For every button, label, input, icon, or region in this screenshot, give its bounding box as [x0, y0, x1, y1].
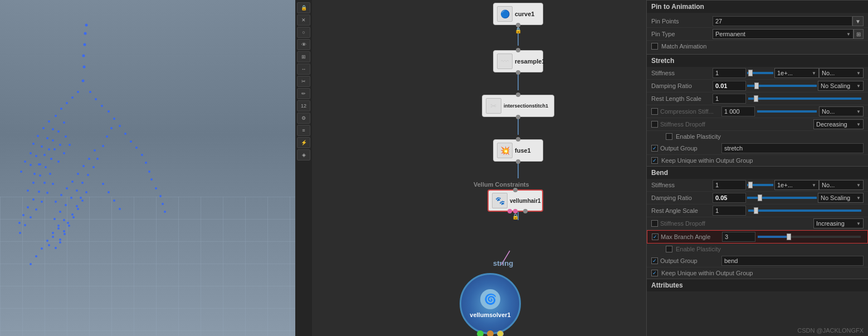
bend-damping-thumb[interactable]: [758, 194, 762, 201]
bend-outputgroup-checkbox[interactable]: [651, 257, 658, 264]
tool-scissors[interactable]: ✂: [297, 76, 310, 87]
pin-type-arrow: ▼: [846, 32, 851, 37]
svg-point-2: [84, 43, 86, 46]
bend-maxbranch-value[interactable]: 3: [722, 232, 755, 242]
svg-point-45: [69, 144, 71, 146]
stretch-compression-value[interactable]: 1 000: [721, 106, 755, 116]
intersectionstitch1-output[interactable]: [516, 115, 520, 119]
node-fuse1[interactable]: 💥 fuse1: [493, 139, 543, 162]
fuse1-input[interactable]: [516, 137, 520, 142]
pin-type-expand-btn[interactable]: ⊞: [854, 29, 864, 39]
stretch-outputgroup-checkbox[interactable]: [651, 145, 658, 152]
stretch-stiffness-slider[interactable]: [747, 72, 773, 74]
node-intersectionstitch1[interactable]: ✂ intersectionstitch1: [482, 95, 554, 117]
tool-eye[interactable]: 👁: [297, 39, 310, 50]
intersectionstitch1-input[interactable]: [516, 92, 520, 97]
tool-grid[interactable]: ⊞: [297, 51, 310, 62]
tool-lock[interactable]: 🔒: [297, 2, 310, 13]
svg-point-5: [82, 80, 85, 82]
bend-dropoff-dropdown[interactable]: Increasing ▼: [813, 218, 864, 228]
bend-dropoff-checkbox[interactable]: [651, 220, 658, 227]
node-vellumsolver1[interactable]: 🌀 vellumsolver1: [460, 273, 521, 334]
fuse1-output[interactable]: [516, 159, 520, 164]
bend-stiffness-suffix2[interactable]: No... ▼: [819, 180, 864, 190]
stretch-stiffness-thumb[interactable]: [748, 70, 753, 76]
svg-point-42: [53, 148, 56, 150]
svg-point-73: [59, 211, 61, 213]
bend-maxbranch-checkbox[interactable]: [652, 233, 659, 240]
svg-point-52: [27, 189, 29, 192]
tool-menu[interactable]: ≡: [297, 125, 310, 136]
bend-restangle-value[interactable]: 1: [713, 206, 746, 216]
stretch-dropoff-row: Stiffness Dropoff Decreasing ▼: [647, 118, 868, 131]
bend-maxbranch-slider[interactable]: [758, 236, 861, 238]
stretch-dropoff-checkbox[interactable]: [651, 121, 658, 128]
vellumhair1-input[interactable]: [513, 188, 518, 192]
node-canvas[interactable]: 🔵 curve1 🔒 〰 resample1 ✂ intersectionsti…: [312, 0, 646, 336]
bend-stiffness-slider[interactable]: [747, 184, 773, 186]
bend-restangle-slider[interactable]: [748, 210, 861, 212]
bend-damping-value[interactable]: 0.05: [713, 193, 746, 203]
vellumhair1-output-pink[interactable]: [513, 209, 518, 213]
bend-restangle-label: Rest Angle Scale: [651, 207, 713, 214]
svg-point-85: [35, 208, 37, 211]
bend-damping-slider[interactable]: [747, 197, 817, 199]
svg-point-38: [33, 173, 36, 175]
stretch-stiffness-suffix1[interactable]: 1e+... ▼: [774, 68, 819, 78]
bend-dropoff-row: Stiffness Dropoff Increasing ▼: [647, 217, 868, 230]
resample1-output[interactable]: [516, 70, 520, 75]
bend-outputgroup-value[interactable]: bend: [721, 256, 864, 266]
bend-keepunique-checkbox[interactable]: [651, 270, 658, 276]
tool-bolt[interactable]: ⚡: [297, 137, 310, 148]
bend-restangle-thumb[interactable]: [754, 207, 758, 214]
stretch-keepunique-checkbox[interactable]: [651, 157, 658, 164]
tool-gear[interactable]: ⚙: [297, 113, 310, 124]
stretch-compression-slider[interactable]: [757, 110, 817, 113]
tool-move[interactable]: ↔: [297, 64, 310, 75]
bend-maxbranch-label: Max Branch Angle: [661, 233, 722, 240]
stretch-compression-checkbox[interactable]: [651, 108, 658, 115]
stretch-dropoff-dropdown[interactable]: Decreasing ▼: [813, 119, 864, 129]
pin-points-value[interactable]: 27: [713, 16, 852, 26]
stretch-restlength-value[interactable]: 1: [713, 94, 746, 104]
resample1-input[interactable]: [516, 48, 520, 52]
curve1-output[interactable]: [516, 23, 520, 27]
tool-diamond[interactable]: ◈: [297, 149, 310, 160]
stretch-damping-value[interactable]: 0.01: [713, 81, 746, 91]
pin-type-dropdown[interactable]: Permanent ▼: [713, 29, 854, 39]
stretch-compression-suffix[interactable]: No... ▼: [819, 106, 864, 116]
bend-stiffness-suffix1[interactable]: 1e+... ▼: [774, 180, 819, 190]
svg-point-64: [148, 171, 150, 173]
tool-x[interactable]: ✕: [297, 14, 310, 26]
stretch-restlength-thumb[interactable]: [754, 95, 758, 102]
stretch-restlength-slider[interactable]: [748, 98, 861, 100]
svg-point-93: [35, 255, 37, 257]
svg-point-65: [150, 178, 153, 181]
bend-dropoff-label: Stiffness Dropoff: [660, 220, 721, 227]
stretch-stiffness-suffix2[interactable]: No... ▼: [819, 68, 864, 78]
tool-num[interactable]: 12: [297, 100, 310, 111]
node-curve1[interactable]: 🔵 curve1 🔒: [493, 3, 543, 25]
match-animation-checkbox[interactable]: [651, 43, 658, 50]
pin-points-label: Pin Points: [651, 18, 713, 25]
stretch-damping-slider[interactable]: [747, 85, 817, 87]
svg-point-114: [159, 195, 162, 197]
node-resample1[interactable]: 〰 resample1: [493, 50, 543, 72]
vellumhair1-output2[interactable]: [508, 209, 512, 213]
bend-damping-dropdown[interactable]: No Scaling ▼: [818, 193, 864, 203]
node-vellumhair1[interactable]: 🐾 vellumhair1 🔒: [487, 189, 543, 212]
stretch-plasticity-checkbox[interactable]: [666, 133, 672, 140]
stretch-outputgroup-value[interactable]: stretch: [721, 143, 864, 153]
stretch-damping-thumb[interactable]: [754, 82, 759, 89]
bend-stiffness-thumb[interactable]: [748, 182, 753, 188]
pin-points-dropdown-btn[interactable]: ▼: [852, 16, 864, 26]
tool-pencil[interactable]: ✏: [297, 88, 310, 99]
stretch-damping-dropdown[interactable]: No Scaling ▼: [818, 81, 864, 91]
tool-circle[interactable]: ○: [297, 27, 310, 38]
bend-maxbranch-thumb[interactable]: [787, 233, 791, 240]
stretch-stiffness-value[interactable]: 1: [713, 68, 746, 78]
bend-stiffness-value[interactable]: 1: [713, 180, 746, 190]
vellumhair1-output3[interactable]: [523, 209, 528, 213]
svg-point-14: [101, 105, 103, 107]
bend-plasticity-checkbox[interactable]: [666, 246, 672, 252]
